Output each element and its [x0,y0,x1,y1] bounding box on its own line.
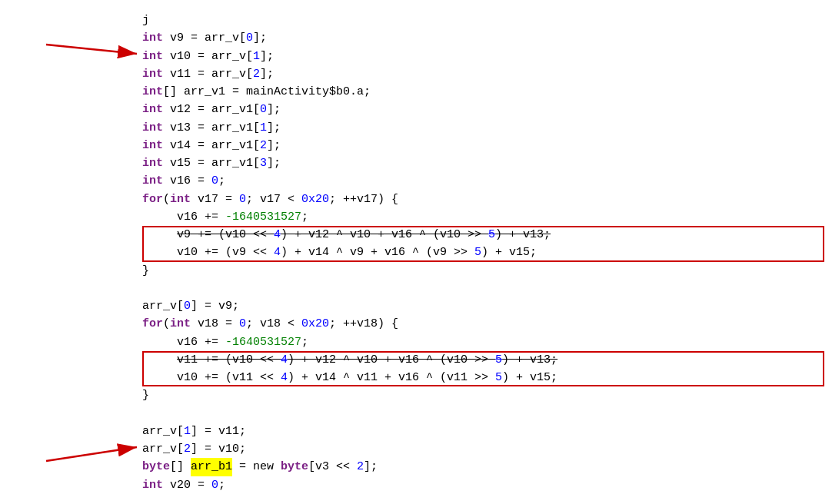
code-line: v16 += -1640531527; [0,208,832,226]
code-area: j int v9 = arr_v[0]; int v10 = arr_v[1];… [0,4,832,502]
red-box-group-1: v9 += (v10 << 4) + v12 ^ v10 + v16 ^ (v1… [0,226,832,262]
code-line-blank [0,280,832,297]
code-line: v10 += (v11 << 4) + v14 ^ v11 + v16 ^ (v… [0,369,832,386]
code-line: int v20 = 0; [0,476,832,494]
code-line: int[] arr_v1 = mainActivity$b0.a; [0,83,832,101]
code-line-arr-v1: arr_v[1] = v11; [0,423,832,440]
code-line: arr_v[2] = v10; [0,440,832,458]
code-line-v10: int v10 = arr_v[1]; [0,48,832,65]
code-line: } [0,386,832,404]
code-line: int v11 = arr_v[2]; [0,65,832,83]
code-line: v10 += (v9 << 4) + v14 ^ v9 + v16 ^ (v9 … [0,244,832,261]
code-line: j [0,12,832,29]
code-line: for(int v17 = 0; v17 < 0x20; ++v17) { [0,191,832,208]
code-line: int v15 = arr_v1[3]; [0,154,832,172]
code-line: arr_v[0] = v9; [0,297,832,315]
code-container: j int v9 = arr_v[0]; int v10 = arr_v[1];… [0,0,832,502]
code-line: int v16 = 0; [0,172,832,190]
code-line: byte[] arr_b1 = new byte[v3 << 2]; [0,458,832,476]
code-line: int v13 = arr_v1[1]; [0,119,832,137]
red-box-group-2: v11 += (v10 << 4) + v12 ^ v10 + v16 ^ (v… [0,351,832,387]
code-line-strikethrough: v9 += (v10 << 4) + v12 ^ v10 + v16 ^ (v1… [0,226,832,244]
code-line: v16 += -1640531527; [0,333,832,351]
code-line-strikethrough-2: v11 += (v10 << 4) + v12 ^ v10 + v16 ^ (v… [0,351,832,369]
code-line-blank [0,405,832,423]
code-line: } [0,262,832,280]
code-line: int v14 = arr_v1[2]; [0,137,832,154]
code-line: for(int v18 = 0; v18 < 0x20; ++v18) { [0,315,832,333]
code-line: int v9 = arr_v[0]; [0,29,832,47]
code-line: int v12 = arr_v1[0]; [0,101,832,118]
